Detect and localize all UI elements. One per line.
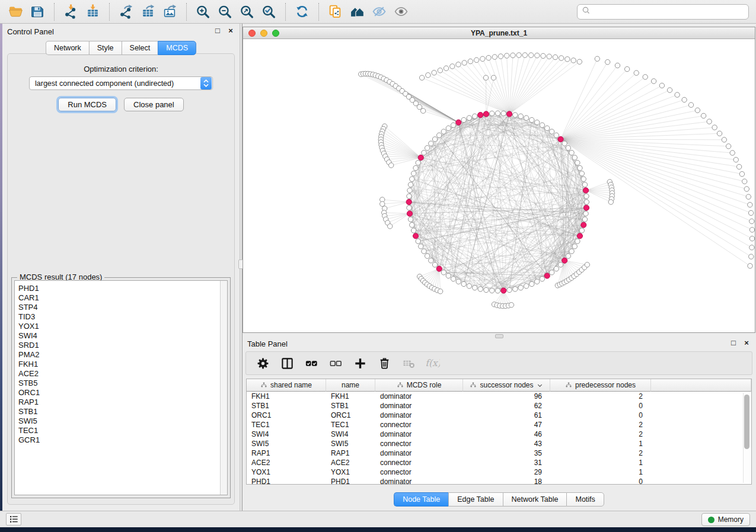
- mcds-node-item[interactable]: CAR1: [18, 293, 219, 303]
- close-panel-icon[interactable]: ×: [227, 26, 235, 35]
- search-input[interactable]: [592, 6, 745, 18]
- task-history-button[interactable]: [6, 513, 21, 525]
- table-row[interactable]: ACE2ACE2connector311: [247, 458, 751, 467]
- mcds-node-item[interactable]: FKH1: [18, 360, 219, 369]
- table-cell: FKH1: [247, 392, 326, 401]
- table-row[interactable]: SWI4SWI4dominator462: [247, 430, 751, 439]
- mcds-node-item[interactable]: SRD1: [18, 341, 219, 350]
- table-cell: connector: [375, 458, 463, 467]
- add-column-button[interactable]: [352, 354, 368, 372]
- column-header-name[interactable]: name: [326, 379, 375, 392]
- delete-column-button[interactable]: [376, 354, 393, 372]
- copy-style-button[interactable]: [324, 3, 346, 21]
- close-panel-icon[interactable]: ×: [742, 338, 751, 347]
- table-row[interactable]: SWI5SWI5connector431: [247, 439, 751, 448]
- toolbar-separator: [285, 3, 286, 21]
- network-graph[interactable]: [243, 40, 755, 332]
- run-mcds-button[interactable]: Run MCDS: [58, 98, 116, 111]
- column-label: successor nodes: [480, 381, 533, 389]
- main-toolbar: [0, 0, 756, 24]
- column-header-MCDS-role[interactable]: MCDS role: [375, 379, 463, 392]
- float-panel-icon[interactable]: □: [729, 338, 738, 347]
- houses-button[interactable]: [346, 3, 368, 21]
- mcds-list-scrollbar[interactable]: [220, 281, 227, 495]
- tab-style[interactable]: Style: [89, 41, 122, 55]
- network-canvas[interactable]: [243, 40, 755, 332]
- table-cell: 31: [463, 458, 550, 467]
- mcds-node-item[interactable]: ORC1: [18, 388, 219, 398]
- table-cell: 1: [550, 467, 651, 477]
- optimization-select[interactable]: largest connected component (undirected): [29, 76, 213, 90]
- gear-button[interactable]: [254, 354, 271, 372]
- open-folder-icon: [8, 4, 23, 19]
- memory-button[interactable]: Memory: [701, 513, 750, 526]
- mcds-node-item[interactable]: TEC1: [18, 426, 219, 435]
- app-window: Control Panel □ × NetworkStyleSelectMCDS…: [0, 0, 756, 527]
- table-row[interactable]: PHD1PHD1dominator180: [247, 477, 751, 485]
- mcds-node-item[interactable]: PMA2: [18, 350, 219, 360]
- mcds-node-item[interactable]: PHD1: [18, 284, 219, 293]
- export-network-button[interactable]: [115, 3, 137, 21]
- table-row[interactable]: TEC1TEC1connector472: [247, 420, 751, 430]
- mcds-node-item[interactable]: STB5: [18, 379, 219, 388]
- eye-button[interactable]: [390, 3, 412, 21]
- column-header-predecessor-nodes[interactable]: predecessor nodes: [550, 379, 651, 392]
- table-cell: 2: [550, 448, 651, 458]
- tab-network-table[interactable]: Network Table: [503, 492, 567, 507]
- tab-select[interactable]: Select: [122, 41, 158, 55]
- table-scrollbar-thumb[interactable]: [744, 395, 749, 449]
- table-row[interactable]: ORC1ORC1dominator610: [247, 411, 751, 420]
- export-table-button[interactable]: [137, 3, 159, 21]
- table-row[interactable]: STB1STB1dominator620: [247, 401, 751, 411]
- import-network-button[interactable]: [60, 3, 82, 21]
- save-button[interactable]: [27, 3, 49, 21]
- mcds-node-item[interactable]: RAP1: [18, 398, 219, 407]
- table-row[interactable]: RAP1RAP1dominator352: [247, 448, 751, 458]
- column-header-successor-nodes[interactable]: successor nodes: [463, 379, 550, 392]
- mcds-node-item[interactable]: STB1: [18, 407, 219, 416]
- table-row[interactable]: FKH1FKH1dominator962: [247, 392, 751, 401]
- tab-node-table[interactable]: Node Table: [394, 492, 448, 507]
- mcds-node-item[interactable]: STP4: [18, 303, 219, 312]
- refresh-button[interactable]: [291, 3, 313, 21]
- select-all-button[interactable]: [303, 354, 320, 372]
- mcds-result-list[interactable]: PHD1CAR1STP4TID3YOX1SWI4SRD1PMA2FKH1ACE2…: [14, 280, 228, 495]
- deselect-all-icon: [329, 357, 343, 370]
- toolbar-separator: [54, 3, 55, 21]
- toolbar-separator: [318, 3, 319, 21]
- table-row[interactable]: YOX1YOX1connector291: [247, 467, 751, 477]
- table-scrollbar[interactable]: [743, 393, 750, 483]
- columns-button[interactable]: [279, 354, 295, 372]
- close-panel-button[interactable]: Close panel: [124, 98, 184, 111]
- search-box[interactable]: [577, 4, 749, 20]
- float-panel-icon[interactable]: □: [213, 26, 222, 35]
- table-cell: 29: [463, 467, 550, 477]
- network-window-titlebar[interactable]: YPA_prune.txt_1: [243, 27, 755, 39]
- tab-motifs[interactable]: Motifs: [566, 492, 604, 507]
- export-image-button[interactable]: [159, 3, 181, 21]
- eye-icon: [394, 4, 409, 19]
- import-table-button[interactable]: [82, 3, 104, 21]
- select-all-icon: [305, 357, 318, 370]
- zoom-fit-button[interactable]: [236, 3, 258, 21]
- mcds-node-item[interactable]: ACE2: [18, 369, 219, 379]
- mcds-panel: Optimization criterion: largest connecte…: [7, 53, 235, 505]
- open-folder-button[interactable]: [5, 3, 27, 21]
- mcds-node-item[interactable]: SWI4: [18, 331, 219, 341]
- mcds-node-item[interactable]: SWI5: [18, 416, 219, 426]
- node-table[interactable]: shared namenameMCDS rolesuccessor nodesp…: [246, 379, 752, 485]
- zoom-in-button[interactable]: [192, 3, 214, 21]
- zoom-selected-button[interactable]: [258, 3, 280, 21]
- zoom-out-button[interactable]: [214, 3, 236, 21]
- column-header-shared-name[interactable]: shared name: [247, 379, 326, 392]
- tab-edge-table[interactable]: Edge Table: [448, 492, 502, 507]
- mcds-node-item[interactable]: GCR1: [18, 435, 219, 445]
- import-table-icon: [85, 4, 100, 19]
- mcds-node-item[interactable]: TID3: [18, 312, 219, 322]
- mcds-node-item[interactable]: YOX1: [18, 322, 219, 331]
- tab-mcds[interactable]: MCDS: [158, 41, 196, 55]
- table-cell: YOX1: [326, 467, 375, 477]
- tab-network[interactable]: Network: [46, 41, 89, 55]
- deselect-all-button[interactable]: [327, 354, 344, 372]
- eye-slash-button[interactable]: [368, 3, 390, 21]
